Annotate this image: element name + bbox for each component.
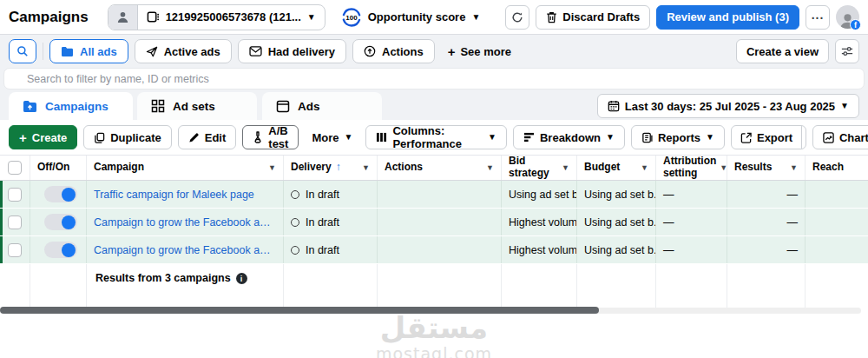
ellipsis-icon: ... <box>812 8 825 22</box>
business-user-icon[interactable] <box>108 5 138 30</box>
reports-icon <box>641 132 653 143</box>
filter-had-delivery[interactable]: Had delivery <box>238 39 346 63</box>
date-range-selector[interactable]: Last 30 days: 25 Jul 2025 - 23 Aug 2025 … <box>597 94 859 118</box>
row-checkbox[interactable] <box>8 188 22 202</box>
campaign-name-link[interactable]: Campaign to grow the Facebook and Instag… <box>94 244 276 256</box>
budget-value: Using ad set b... <box>584 189 656 201</box>
edit-button[interactable]: Edit <box>178 125 237 149</box>
duplicate-button[interactable]: Duplicate <box>83 125 172 149</box>
attribution-value: — <box>663 216 674 229</box>
table-toolbar: + Create Duplicate Edit A/B test More ▼ <box>0 120 868 155</box>
horizontal-scrollbar-thumb[interactable] <box>0 307 599 314</box>
create-a-view-button[interactable]: Create a view <box>736 39 829 63</box>
columns-label: Columns: Performance <box>392 124 483 150</box>
table-search-bar[interactable] <box>3 68 865 90</box>
header-campaign[interactable]: Campaign▼ <box>87 156 284 180</box>
campaign-toggle[interactable] <box>44 214 77 230</box>
campaign-name-link[interactable]: Traffic campaign for Maleek page <box>94 189 254 201</box>
discard-drafts-button[interactable]: Discard Drafts <box>536 5 650 30</box>
budget-value: Using ad set b... <box>584 216 656 229</box>
chevron-down-icon[interactable]: ▼ <box>265 163 276 172</box>
chevron-down-icon[interactable]: ▼ <box>637 163 648 172</box>
chevron-down-icon[interactable]: ▼ <box>483 163 494 172</box>
draft-indicator-bar <box>0 236 3 263</box>
export-label: Export <box>757 131 792 144</box>
row-checkbox[interactable] <box>8 215 22 229</box>
export-icon <box>740 132 752 143</box>
header-budget[interactable]: Budget▼ <box>577 156 656 180</box>
table-header-row: Off/On Campaign▼ Delivery↑▼ Actions▼ Bid… <box>0 155 868 181</box>
chevron-down-icon: ▼ <box>840 102 849 110</box>
header-actions[interactable]: Actions▼ <box>378 156 502 180</box>
header-bid-strategy[interactable]: Bid strategy▼ <box>502 156 577 180</box>
tab-ads[interactable]: Ads <box>262 92 382 120</box>
header-results[interactable]: Results▼ <box>727 156 806 180</box>
filter-had-delivery-label: Had delivery <box>268 45 335 58</box>
create-a-view-label: Create a view <box>746 45 819 58</box>
actions-cell <box>378 209 502 235</box>
watermark-url: mostaql.com <box>339 344 529 358</box>
campaign-name-link[interactable]: Campaign to grow the Facebook and Instag… <box>94 216 276 229</box>
filter-all-ads[interactable]: All ads <box>49 39 128 63</box>
ad-account-selector[interactable]: 1219925006573678 (121... ▼ <box>108 4 326 30</box>
breakdown-dropdown[interactable]: Breakdown ▼ <box>513 125 625 149</box>
chevron-down-icon[interactable]: ▼ <box>716 163 727 172</box>
ab-test-button[interactable]: A/B test <box>242 125 299 149</box>
duplicate-label: Duplicate <box>110 131 161 144</box>
refresh-button[interactable] <box>505 5 529 30</box>
filter-active-ads[interactable]: Active ads <box>135 39 232 63</box>
chevron-down-icon[interactable]: ▼ <box>558 163 569 172</box>
see-more-button[interactable]: + See more <box>441 44 518 59</box>
chevron-down-icon: ▼ <box>606 133 615 142</box>
envelope-icon <box>249 46 262 56</box>
calendar-icon <box>608 100 620 112</box>
top-bar: Campaigns 1219925006573678 (121... ▼ 100… <box>0 0 868 35</box>
summary-row: Results from 3 campaigns i <box>0 264 868 309</box>
chevron-down-icon[interactable]: ▼ <box>358 163 370 172</box>
duplicate-icon <box>94 132 105 143</box>
reports-label: Reports <box>658 131 700 144</box>
opportunity-score-value: 100 <box>345 14 358 22</box>
tab-ads-label: Ads <box>298 100 320 113</box>
search-filter-button[interactable] <box>9 39 36 63</box>
row-checkbox[interactable] <box>8 243 22 257</box>
info-icon[interactable]: i <box>236 273 247 284</box>
chevron-down-icon[interactable]: ▼ <box>786 163 798 172</box>
search-input[interactable] <box>27 73 855 85</box>
header-delivery[interactable]: Delivery↑▼ <box>284 156 378 180</box>
ad-account-icon <box>147 10 160 23</box>
reach-cell <box>806 209 868 235</box>
more-dropdown[interactable]: More ▼ <box>305 125 359 149</box>
circle-arrow-up-icon <box>364 45 376 57</box>
select-all-checkbox[interactable] <box>8 161 22 175</box>
review-and-publish-button[interactable]: Review and publish (3) <box>656 5 799 30</box>
reports-dropdown[interactable]: Reports ▼ <box>631 125 725 149</box>
view-settings-button[interactable] <box>835 39 859 63</box>
create-label: Create <box>32 131 67 144</box>
account-id-dropdown[interactable]: 1219925006573678 (121... ▼ <box>138 10 325 23</box>
draft-status-icon <box>291 246 299 255</box>
campaign-toggle[interactable] <box>44 242 77 258</box>
filter-actions[interactable]: Actions <box>352 39 435 63</box>
header-attribution-setting[interactable]: Attribution setting▼ <box>656 156 727 180</box>
bid-strategy-value: Using ad set b... <box>509 189 577 201</box>
columns-dropdown[interactable]: Columns: Performance ▼ <box>365 125 507 149</box>
tab-ad-sets[interactable]: Ad sets <box>137 92 257 120</box>
actions-cell <box>378 236 502 263</box>
pencil-icon <box>188 132 200 143</box>
draft-indicator-bar <box>0 181 3 208</box>
export-button[interactable]: Export <box>732 126 801 149</box>
header-reach[interactable]: Reach <box>806 156 868 180</box>
filter-active-ads-label: Active ads <box>164 45 220 58</box>
export-options-button[interactable]: ▼ <box>801 126 806 149</box>
edit-label: Edit <box>205 131 227 144</box>
facebook-badge-icon: f <box>850 19 861 30</box>
discard-drafts-label: Discard Drafts <box>562 10 640 23</box>
charts-button[interactable]: Charts <box>812 125 868 149</box>
profile-avatar[interactable]: f <box>836 5 859 29</box>
opportunity-score-dropdown[interactable]: 100 Opportunity score ▼ <box>341 7 481 28</box>
create-button[interactable]: + Create <box>9 125 77 149</box>
tab-campaigns[interactable]: Campaigns <box>9 92 133 120</box>
more-options-button[interactable]: ... <box>806 5 830 30</box>
campaign-toggle[interactable] <box>44 186 77 202</box>
